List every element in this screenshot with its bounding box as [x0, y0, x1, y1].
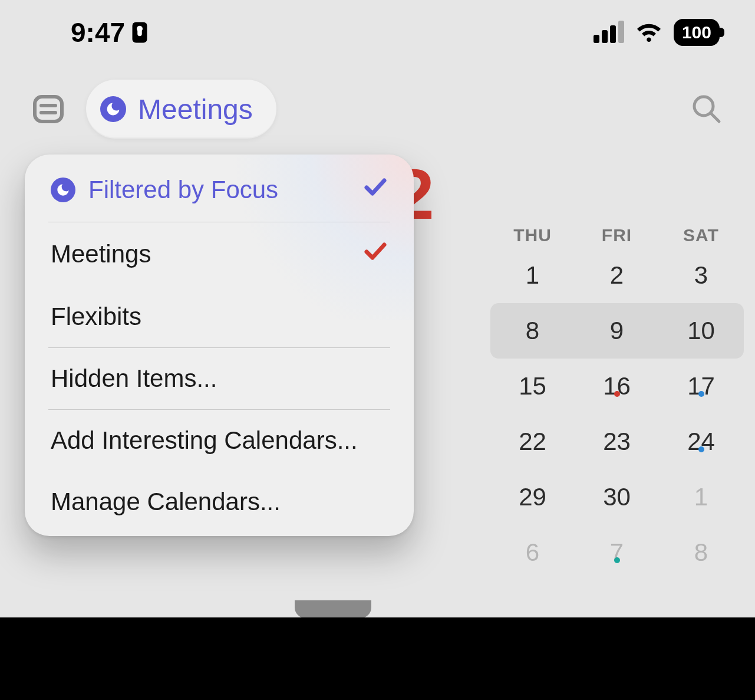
day-header-sat: SAT: [659, 225, 743, 245]
calendar-day-number: 10: [659, 317, 743, 345]
calendar-day-number: 23: [575, 428, 659, 456]
calendar-day-cell[interactable]: 15: [490, 372, 575, 400]
menu-item-label: Meetings: [51, 240, 151, 268]
menu-item[interactable]: Filtered by Focus: [25, 158, 414, 222]
menu-item[interactable]: Add Interesting Calendars...: [25, 410, 414, 471]
moon-icon: [100, 96, 126, 122]
status-bar: 9:47 100: [0, 0, 755, 65]
event-dot-icon: [614, 391, 620, 397]
check-icon: [363, 175, 388, 205]
calendar-day-cell[interactable]: 6: [490, 538, 575, 567]
menu-item-label: Flexibits: [51, 303, 141, 331]
calendar-day-cell[interactable]: 8: [490, 317, 575, 345]
status-time-group: 9:47: [71, 17, 149, 48]
calendar-day-number: 6: [490, 538, 575, 567]
menu-item-label: Filtered by Focus: [88, 176, 278, 204]
calendar-day-number: 8: [659, 538, 743, 567]
status-right-group: 100: [594, 19, 720, 46]
battery-level: 100: [682, 22, 711, 42]
bottom-black-bar: [0, 617, 755, 700]
svg-rect-3: [35, 97, 62, 121]
calendar-day-number: 3: [659, 261, 743, 290]
menu-item-left: Hidden Items...: [51, 364, 217, 393]
menu-item[interactable]: Hidden Items...: [25, 348, 414, 409]
calendar-row: 29301: [490, 469, 743, 525]
event-dot-icon: [698, 391, 704, 397]
cellular-signal-icon: [594, 22, 624, 43]
calendar-row: 151617: [490, 359, 743, 414]
event-dot-icon: [698, 446, 704, 452]
menu-item[interactable]: Flexibits: [25, 286, 414, 347]
search-button[interactable]: [687, 89, 727, 129]
calendar-day-cell[interactable]: 1: [490, 261, 575, 290]
svg-line-7: [711, 113, 719, 121]
calendar-day-cell[interactable]: 1: [659, 483, 743, 511]
calendar-day-number: 8: [490, 317, 575, 345]
menu-item-label: Add Interesting Calendars...: [51, 426, 358, 455]
calendar-day-cell[interactable]: 7: [575, 538, 659, 567]
svg-rect-2: [137, 29, 142, 37]
check-icon: [363, 239, 388, 270]
app-header: Meetings: [0, 77, 755, 142]
menu-item-left: Filtered by Focus: [51, 176, 278, 204]
calendar-day-cell[interactable]: 16: [575, 372, 659, 400]
calendar-day-number: 22: [490, 428, 575, 456]
calendar-day-cell[interactable]: 8: [659, 538, 743, 567]
menu-item-left: Add Interesting Calendars...: [51, 426, 358, 455]
day-headers-row: THU FRI SAT: [490, 225, 743, 245]
calendar-day-number: 9: [575, 317, 659, 345]
battery-indicator: 100: [674, 19, 720, 46]
calendar-day-cell[interactable]: 10: [659, 317, 743, 345]
wifi-icon: [635, 21, 663, 44]
calendar-day-cell[interactable]: 3: [659, 261, 743, 290]
moon-icon: [51, 178, 75, 202]
calendar-row: 222324: [490, 414, 743, 469]
calendar-day-cell[interactable]: 29: [490, 483, 575, 511]
menu-item[interactable]: Meetings: [25, 222, 414, 286]
calendar-day-cell[interactable]: 2: [575, 261, 659, 290]
sidebar-toggle-button[interactable]: [28, 89, 68, 129]
menu-item-label: Hidden Items...: [51, 364, 217, 393]
calendar-day-cell[interactable]: 23: [575, 428, 659, 456]
calendar-grid: 123891015161722232429301678: [490, 248, 743, 580]
menu-item-label: Manage Calendars...: [51, 488, 281, 516]
calendar-day-cell[interactable]: 30: [575, 483, 659, 511]
calendar-row: 678: [490, 525, 743, 580]
menu-item-left: Manage Calendars...: [51, 488, 281, 516]
calendar-day-number: 29: [490, 483, 575, 511]
calendar-day-cell[interactable]: 17: [659, 372, 743, 400]
calendar-set-label: Meetings: [138, 93, 253, 126]
calendar-row: 8910: [490, 303, 743, 359]
day-header-fri: FRI: [575, 225, 659, 245]
day-header-thu: THU: [490, 225, 575, 245]
calendar-day-number: 30: [575, 483, 659, 511]
menu-item-left: Flexibits: [51, 303, 141, 331]
calendar-day-cell[interactable]: 9: [575, 317, 659, 345]
rotation-lock-icon: [131, 21, 149, 44]
calendar-set-pill[interactable]: Meetings: [86, 80, 276, 139]
calendar-day-number: 1: [659, 483, 743, 511]
calendar-day-number: 2: [575, 261, 659, 290]
status-time: 9:47: [71, 17, 125, 48]
calendar-day-number: 15: [490, 372, 575, 400]
calendar-day-cell[interactable]: 24: [659, 428, 743, 456]
calendar-set-popover: Filtered by FocusMeetingsFlexibitsHidden…: [25, 155, 414, 536]
calendar-day-number: 1: [490, 261, 575, 290]
calendar-day-cell[interactable]: 22: [490, 428, 575, 456]
menu-item-left: Meetings: [51, 240, 151, 268]
menu-item[interactable]: Manage Calendars...: [25, 471, 414, 533]
event-dot-icon: [614, 557, 620, 563]
calendar-row: 123: [490, 248, 743, 303]
segment-control-peek: [295, 600, 371, 618]
